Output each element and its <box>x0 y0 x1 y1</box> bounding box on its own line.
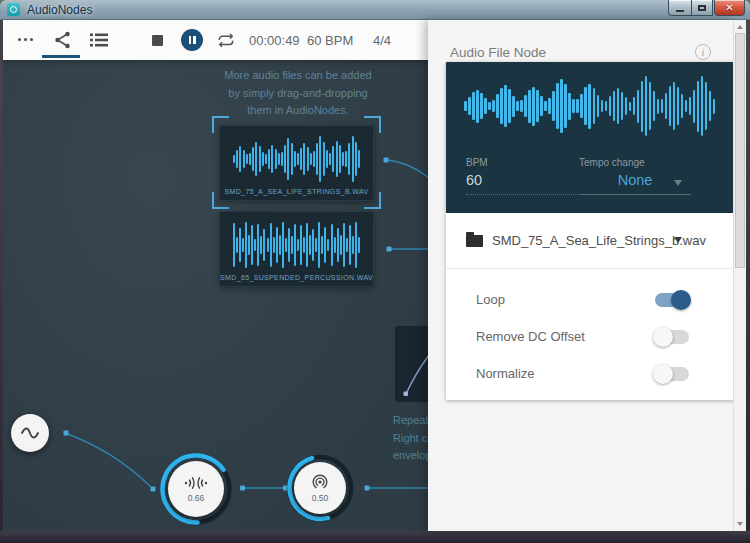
waveform-thumbnail <box>233 136 360 182</box>
info-icon[interactable]: i <box>695 44 711 60</box>
destination-node[interactable]: 0.50 <box>294 462 346 514</box>
main-toolbar: 00:00:49 60 BPM 4/4 <box>3 20 428 60</box>
close-icon: ✕ <box>725 2 733 13</box>
bpm-label: BPM <box>466 157 488 168</box>
waveform-section: BPM 60 Tempo change None <box>446 62 734 213</box>
chevron-down-icon[interactable] <box>674 237 682 243</box>
maximize-icon <box>698 5 706 11</box>
normalize-label: Normalize <box>476 366 535 381</box>
chevron-down-icon[interactable] <box>674 180 682 186</box>
scrollbar-thumb[interactable] <box>735 33 745 268</box>
divider <box>446 268 734 269</box>
oscillator-node[interactable] <box>11 414 49 452</box>
node-file-label: SMD_65_SUSPENDED_PERCUSSION.WAV <box>220 274 373 281</box>
canvas-hint-text-clipped: RepeatiRight clienvelop <box>393 412 428 465</box>
title-bar[interactable]: AudioNodes ✕ <box>0 0 750 20</box>
minimize-icon <box>676 10 684 12</box>
envelope-node-partial[interactable] <box>395 326 428 402</box>
waveform-preview[interactable] <box>464 76 716 136</box>
app-logo-icon <box>7 3 20 16</box>
loop-label: Loop <box>476 292 505 307</box>
active-tab-indicator <box>42 55 80 58</box>
repeat-icon[interactable] <box>217 33 235 48</box>
remove-dc-offset-label: Remove DC Offset <box>476 329 585 344</box>
close-button[interactable]: ✕ <box>714 0 745 16</box>
properties-panel: Audio File Node i BPM 60 Tempo change No… <box>428 20 733 531</box>
share-graph-icon[interactable] <box>54 31 72 49</box>
tempo-display: 60 BPM <box>307 33 353 48</box>
window-title: AudioNodes <box>27 3 92 17</box>
gain-node[interactable]: 0.66 <box>168 461 224 517</box>
gain-icon <box>181 475 211 491</box>
audio-file-node-card: BPM 60 Tempo change None SMD_75_A_Sea_Li… <box>446 62 734 400</box>
normalize-toggle[interactable] <box>655 367 689 381</box>
folder-icon[interactable] <box>466 235 483 247</box>
scroll-up-icon[interactable] <box>737 25 743 29</box>
window-border-bottom <box>0 531 750 543</box>
sine-wave-icon <box>19 426 41 440</box>
window-border-right <box>746 20 750 531</box>
overflow-menu-button[interactable] <box>18 38 33 41</box>
loop-row: Loop <box>446 290 734 310</box>
file-selector-row[interactable]: SMD_75_A_Sea_Life_Strings_b.wav <box>446 213 734 268</box>
gain-value: 0.66 <box>188 493 205 503</box>
remove-dc-offset-toggle[interactable] <box>655 330 689 344</box>
loop-toggle[interactable] <box>655 293 689 307</box>
bpm-input[interactable]: 60 <box>466 172 578 195</box>
waveform-thumbnail <box>233 222 360 268</box>
minimize-button[interactable] <box>668 0 691 16</box>
maximize-button[interactable] <box>691 0 713 16</box>
node-canvas[interactable]: More audio files can be addedby simply d… <box>3 60 428 531</box>
transport-time: 00:00:49 <box>249 33 300 48</box>
panel-title: Audio File Node <box>450 45 546 60</box>
pause-button[interactable] <box>181 29 203 51</box>
canvas-hint-text: More audio files can be addedby simply d… <box>173 67 423 120</box>
time-signature-display: 4/4 <box>373 33 391 48</box>
playlist-icon[interactable] <box>90 33 108 47</box>
remove-dc-offset-row: Remove DC Offset <box>446 327 734 347</box>
tempo-change-label: Tempo change <box>579 157 645 168</box>
node-file-label: SMD_75_A_SEA_LIFE_STRINGS_B.WAV <box>220 188 373 195</box>
normalize-row: Normalize <box>446 364 734 384</box>
audio-file-node-percussion[interactable]: SMD_65_SUSPENDED_PERCUSSION.WAV <box>219 211 374 287</box>
audio-file-node-strings[interactable]: SMD_75_A_SEA_LIFE_STRINGS_B.WAV <box>219 125 374 201</box>
destination-value: 0.50 <box>312 493 329 503</box>
scroll-down-icon[interactable] <box>737 522 743 526</box>
stop-button[interactable] <box>152 35 163 46</box>
envelope-curve <box>395 326 428 402</box>
speaker-broadcast-icon <box>311 473 329 491</box>
panel-scrollbar[interactable] <box>733 20 746 531</box>
audionodes-window: AudioNodes ✕ 00:00:49 60 B <box>0 0 750 543</box>
